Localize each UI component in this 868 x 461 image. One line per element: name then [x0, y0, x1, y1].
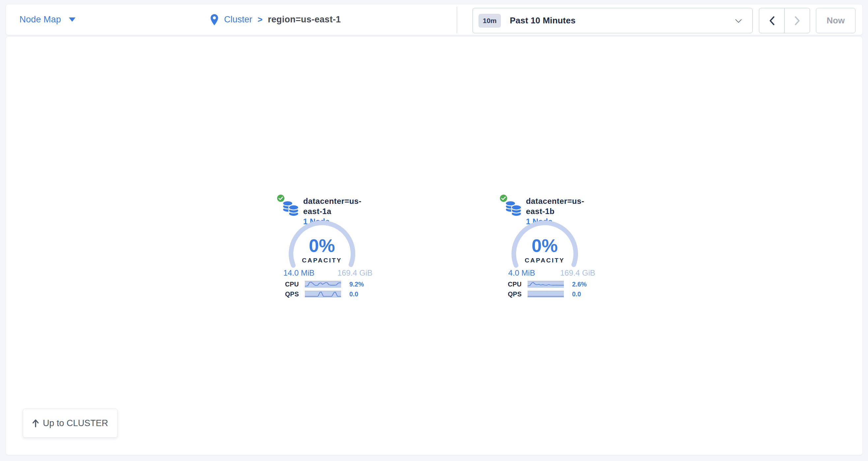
header-divider [457, 7, 457, 33]
qps-label: QPS [492, 290, 522, 298]
qps-metric-row: QPS 0.0 [492, 290, 601, 298]
breadcrumb-current: region=us-east-1 [268, 14, 341, 25]
datacenter-card[interactable]: datacenter=us-east-1a 1 Node 0% CAPACITY… [269, 194, 378, 302]
capacity-used: 4.0 MiB [508, 268, 535, 277]
capacity-gauge: 0% CAPACITY [288, 221, 355, 271]
cpu-label: CPU [269, 281, 299, 288]
header-bar: Node Map Cluster > region=us-east-1 10m … [6, 4, 863, 35]
capacity-total: 169.4 GiB [337, 268, 373, 277]
capacity-total: 169.4 GiB [560, 268, 595, 277]
cpu-label: CPU [492, 281, 522, 288]
datacenter-name: datacenter=us-east-1b [526, 196, 601, 216]
cpu-sparkline [528, 281, 564, 288]
qps-value: 0.0 [349, 290, 358, 298]
time-back-button[interactable] [759, 8, 785, 33]
qps-label: QPS [269, 290, 299, 298]
now-button[interactable]: Now [816, 8, 856, 33]
chevron-left-icon [769, 16, 775, 25]
capacity-caption: CAPACITY [288, 257, 355, 264]
database-stack-icon [282, 201, 299, 217]
time-range-dropdown[interactable]: 10m Past 10 Minutes [472, 8, 753, 33]
healthy-check-icon [499, 194, 508, 202]
qps-sparkline [305, 291, 341, 297]
node-map-canvas [6, 37, 863, 455]
caret-down-icon [69, 18, 75, 22]
capacity-percent: 0% [511, 235, 578, 256]
time-step-buttons [759, 8, 810, 33]
chevron-right-icon [795, 16, 800, 25]
healthy-check-icon [277, 194, 285, 202]
datacenter-name: datacenter=us-east-1a [303, 196, 378, 216]
capacity-percent: 0% [288, 235, 355, 256]
cpu-value: 9.2% [349, 281, 364, 288]
location-pin-icon [211, 14, 218, 25]
time-range-badge: 10m [478, 14, 501, 28]
qps-value: 0.0 [572, 290, 581, 298]
qps-sparkline [528, 291, 564, 297]
breadcrumb-cluster-link[interactable]: Cluster [224, 14, 252, 25]
chevron-down-icon [735, 19, 742, 23]
cpu-sparkline [305, 281, 341, 288]
cpu-metric-row: CPU 9.2% [269, 281, 378, 288]
datacenter-card[interactable]: datacenter=us-east-1b 1 Node 0% CAPACITY… [492, 194, 601, 302]
database-stack-icon [505, 201, 522, 217]
breadcrumb-separator: > [258, 14, 262, 25]
cpu-metric-row: CPU 2.6% [492, 281, 601, 288]
arrow-up-icon [32, 419, 39, 427]
time-forward-button[interactable] [785, 8, 810, 33]
up-to-cluster-button[interactable]: Up to CLUSTER [23, 409, 118, 438]
qps-metric-row: QPS 0.0 [269, 290, 378, 298]
capacity-caption: CAPACITY [511, 257, 578, 264]
breadcrumb: Cluster > region=us-east-1 [211, 4, 341, 35]
view-selector-label: Node Map [20, 14, 61, 25]
capacity-used: 14.0 MiB [283, 268, 315, 277]
view-selector-dropdown[interactable]: Node Map [20, 4, 75, 35]
up-to-cluster-label: Up to CLUSTER [43, 418, 108, 428]
time-range-label: Past 10 Minutes [510, 15, 576, 26]
capacity-gauge: 0% CAPACITY [511, 221, 578, 271]
cpu-value: 2.6% [572, 281, 587, 288]
